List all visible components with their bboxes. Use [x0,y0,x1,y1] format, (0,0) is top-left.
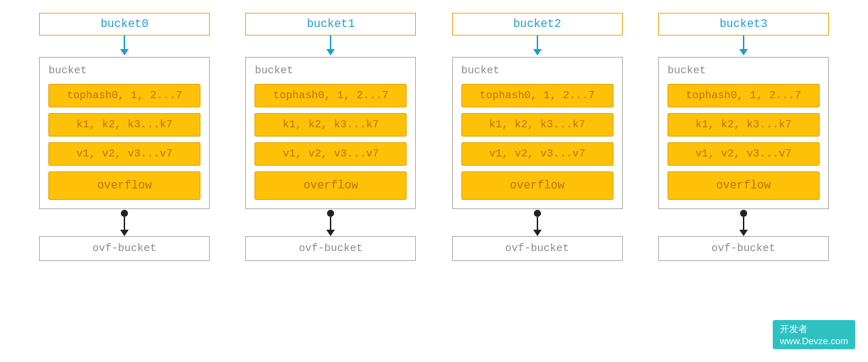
bucket1-overflow-line [330,217,331,230]
bucket2-tophash: tophash0, 1, 2...7 [461,84,614,107]
bucket2-header: bucket2 [452,13,623,36]
bucket0-keys: k1, k2, k3...k7 [48,113,200,137]
bucket-box-3: bucket tophash0, 1, 2...7 k1, k2, k3...k… [658,57,829,209]
bucket3-header: bucket3 [658,13,829,36]
bucket0-overflow-arrow [120,209,129,236]
bucket-col-3: bucket tophash0, 1, 2...7 k1, k2, k3...k… [658,57,829,261]
bucket-box-0: bucket tophash0, 1, 2...7 k1, k2, k3...k… [39,57,210,209]
watermark-line1: 开发者 [780,323,848,336]
arrow-bucket3 [658,36,829,55]
bucket2-label: bucket [461,65,614,77]
arrow-line-1 [330,36,331,49]
bucket0-header: bucket0 [39,13,210,36]
arrow-bucket2 [452,36,623,55]
bucket2-overflow-arrow [533,209,542,236]
bucket2-ovf: ovf-bucket [452,236,623,261]
bucket0-dot [121,210,128,217]
arrow-head-0 [120,49,129,55]
bucket-box-1: bucket tophash0, 1, 2...7 k1, k2, k3...k… [245,57,416,209]
bucket2-overflow-line [537,217,538,230]
bucket0-tophash: tophash0, 1, 2...7 [48,84,200,107]
bucket1-keys: k1, k2, k3...k7 [254,113,407,137]
bucket1-ovf: ovf-bucket [245,236,416,261]
bucket3-overflow-line [743,217,744,230]
bucket3-values: v1, v2, v3...v7 [668,142,820,166]
bucket0-ovf: ovf-bucket [39,236,210,261]
bucket2-values: v1, v2, v3...v7 [461,142,614,166]
bucket2-keys: k1, k2, k3...k7 [461,113,614,137]
arrow-bucket1 [245,36,416,55]
arrow-bucket0 [39,36,210,55]
bucket0-label: bucket [48,65,200,77]
bucket3-label: bucket [668,65,820,77]
bucket-box-2: bucket tophash0, 1, 2...7 k1, k2, k3...k… [452,57,623,209]
bucket1-overflow: overflow [254,171,407,200]
bucket1-tophash: tophash0, 1, 2...7 [254,84,407,107]
bucket1-label: bucket [254,65,407,77]
bucket3-overflow-arrowhead [739,230,748,236]
bucket0-values: v1, v2, v3...v7 [48,142,200,166]
bucket0-overflow-line [124,217,125,230]
bucket3-ovf: ovf-bucket [658,236,829,261]
bucket1-values: v1, v2, v3...v7 [254,142,407,166]
bucket1-dot [327,210,334,217]
bucket-col-1: bucket tophash0, 1, 2...7 k1, k2, k3...k… [245,57,416,261]
header-arrows-row [21,36,847,55]
diagram: bucket0 bucket1 bucket2 bucket3 bucket [0,0,868,274]
bucket-col-2: bucket tophash0, 1, 2...7 k1, k2, k3...k… [452,57,623,261]
bucket2-overflow: overflow [461,171,614,200]
bucket1-overflow-arrow [326,209,335,236]
bucket0-overflow: overflow [48,171,200,200]
bucket2-dot [534,210,541,217]
bucket3-overflow-arrow [739,209,748,236]
top-labels-row: bucket0 bucket1 bucket2 bucket3 [21,13,847,36]
arrow-head-3 [739,49,748,55]
arrow-head-1 [326,49,335,55]
bucket1-header: bucket1 [245,13,416,36]
bucket1-overflow-arrowhead [326,230,335,236]
bucket3-keys: k1, k2, k3...k7 [668,113,820,137]
bucket3-overflow: overflow [668,171,820,200]
bucket2-overflow-arrowhead [533,230,542,236]
arrow-line-2 [537,36,538,49]
bucket0-overflow-arrowhead [120,230,129,236]
bucket3-dot [740,210,747,217]
watermark: 开发者 www.Devze.com [773,320,855,349]
bucket3-tophash: tophash0, 1, 2...7 [668,84,820,107]
watermark-line2: www.Devze.com [780,336,848,346]
buckets-row: bucket tophash0, 1, 2...7 k1, k2, k3...k… [21,57,847,261]
arrow-line-3 [743,36,744,49]
arrow-line-0 [124,36,125,49]
arrow-head-2 [533,49,542,55]
bucket-col-0: bucket tophash0, 1, 2...7 k1, k2, k3...k… [39,57,210,261]
